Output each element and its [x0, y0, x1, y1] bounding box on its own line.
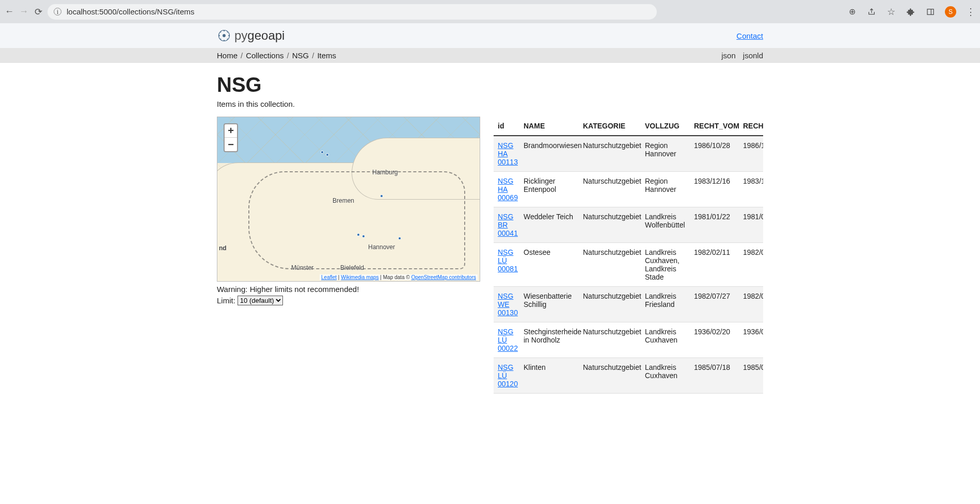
cell-recht-vom: 1982/07/27: [690, 287, 739, 322]
cell-recht-s: 1986/11/: [739, 136, 763, 172]
limit-select[interactable]: 10 (default): [238, 296, 283, 305]
cell-vollzug: Landkreis Cuxhaven, Landkreis Stade: [641, 243, 690, 287]
map-attribution: Leaflet | Wikimedia maps | Map data © Op…: [320, 274, 478, 280]
site-info-icon[interactable]: i: [54, 8, 61, 15]
breadcrumb: Home / Collections / NSG / Items: [217, 51, 763, 60]
url-text: localhost:5000/collections/NSG/items: [67, 7, 195, 16]
cell-recht-vom: 1986/10/28: [690, 136, 739, 172]
table-row: NSG BR 00041Weddeler TeichNaturschutzgeb…: [494, 207, 763, 243]
cell-name: Stechginsterheide in Nordholz: [519, 322, 579, 358]
svg-point-3: [223, 35, 226, 37]
cell-name: Brandmoorwiesen: [519, 136, 579, 172]
item-id-link[interactable]: NSG LÜ 00081: [498, 248, 518, 273]
attrib-wikimedia[interactable]: Wikimedia maps: [341, 274, 378, 280]
zoom-out-button[interactable]: −: [225, 138, 237, 151]
item-id-link[interactable]: NSG HA 00113: [498, 141, 518, 166]
cell-kategorie: Naturschutzgebiet: [579, 287, 641, 322]
limit-label: Limit:: [217, 296, 235, 305]
map-label-nd: nd: [219, 245, 227, 252]
zoom-control: + −: [224, 123, 238, 152]
star-icon[interactable]: ☆: [886, 7, 896, 17]
cell-kategorie: Naturschutzgebiet: [579, 172, 641, 207]
extensions-icon[interactable]: [906, 7, 916, 17]
crumb-items: Items: [317, 51, 336, 60]
cell-name: Klinten: [519, 358, 579, 394]
cell-vollzug: Landkreis Friesland: [641, 287, 690, 322]
contact-link[interactable]: Contact: [736, 31, 763, 40]
format-json[interactable]: json: [721, 51, 736, 60]
cell-vollzug: Landkreis Cuxhaven: [641, 358, 690, 394]
item-id-link[interactable]: NSG BR 00041: [498, 213, 518, 237]
map-label-hamburg: Hamburg: [372, 169, 398, 176]
logo-text-2: geoapi: [247, 28, 284, 42]
cell-recht-s: 1936/02/: [739, 322, 763, 358]
item-id-link[interactable]: NSG HA 00069: [498, 177, 518, 202]
share-icon[interactable]: [866, 7, 877, 17]
item-id-link[interactable]: NSG LÜ 00120: [498, 363, 518, 388]
map-label-bielefeld: Bielefeld: [340, 264, 364, 271]
page-subtitle: Items in this collection.: [217, 100, 763, 108]
back-icon[interactable]: ←: [4, 7, 14, 17]
logo[interactable]: pygeoapi: [217, 28, 763, 43]
page-title: NSG: [217, 73, 763, 96]
crumb-collections[interactable]: Collections: [246, 51, 283, 60]
logo-text-1: py: [234, 28, 247, 42]
cell-kategorie: Naturschutzgebiet: [579, 322, 641, 358]
attrib-osm[interactable]: OpenStreetMap contributors: [411, 274, 476, 280]
cell-kategorie: Naturschutzgebiet: [579, 243, 641, 287]
zoom-icon[interactable]: ⊕: [847, 7, 857, 17]
format-links: json jsonld: [721, 51, 763, 60]
cell-kategorie: Naturschutzgebiet: [579, 207, 641, 243]
item-id-link[interactable]: NSG WE 00130: [498, 292, 518, 317]
cell-vollzug: Region Hannover: [641, 136, 690, 172]
table-row: NSG HA 00113BrandmoorwiesenNaturschutzge…: [494, 136, 763, 172]
profile-avatar[interactable]: S: [945, 6, 956, 18]
table-row: NSG LÜ 00022Stechginsterheide in Nordhol…: [494, 322, 763, 358]
th-id: id: [494, 117, 519, 136]
items-table: id NAME KATEGORIE VOLLZUG RECHT_VOM RECH…: [494, 117, 763, 394]
browser-chrome: ← → ⟳ i localhost:5000/collections/NSG/i…: [0, 0, 980, 23]
th-kategorie: KATEGORIE: [579, 117, 641, 136]
item-id-link[interactable]: NSG LÜ 00022: [498, 328, 518, 352]
cell-recht-s: 1981/02/: [739, 207, 763, 243]
cell-name: Ricklinger Entenpool: [519, 172, 579, 207]
cell-vollzug: Region Hannover: [641, 172, 690, 207]
sidepanel-icon[interactable]: [925, 7, 936, 17]
cell-recht-vom: 1981/01/22: [690, 207, 739, 243]
map[interactable]: Hamburg Bremen Hannover Münster Bielefel…: [217, 117, 480, 282]
cell-recht-s: 1985/08/: [739, 358, 763, 394]
cell-vollzug: Landkreis Wolfenbüttel: [641, 207, 690, 243]
th-recht-vom: RECHT_VOM: [690, 117, 739, 136]
cell-recht-s: 1982/08/: [739, 287, 763, 322]
svg-rect-0: [927, 9, 934, 14]
table-row: NSG LÜ 00081OsteseeNaturschutzgebietLand…: [494, 243, 763, 287]
limit-warning: Warning: Higher limits not recommended!: [217, 285, 480, 294]
cell-name: Wiesenbatterie Schillig: [519, 287, 579, 322]
breadcrumb-bar: Home / Collections / NSG / Items json js…: [0, 48, 980, 63]
table-header-row: id NAME KATEGORIE VOLLZUG RECHT_VOM RECH…: [494, 117, 763, 136]
menu-icon[interactable]: ⋮: [966, 7, 976, 17]
th-vollzug: VOLLZUG: [641, 117, 690, 136]
map-label-hannover: Hannover: [368, 243, 395, 251]
map-label-bremen: Bremen: [333, 197, 354, 204]
logo-icon: [217, 28, 231, 43]
cell-recht-vom: 1983/12/16: [690, 172, 739, 207]
table-row: NSG HA 00069Ricklinger EntenpoolNatursch…: [494, 172, 763, 207]
format-jsonld[interactable]: jsonld: [743, 51, 763, 60]
cell-name: Ostesee: [519, 243, 579, 287]
zoom-in-button[interactable]: +: [225, 124, 237, 138]
table-row: NSG WE 00130Wiesenbatterie SchilligNatur…: [494, 287, 763, 322]
cell-recht-s: 1983/12/: [739, 172, 763, 207]
attrib-leaflet[interactable]: Leaflet: [321, 274, 337, 280]
cell-vollzug: Landkreis Cuxhaven: [641, 322, 690, 358]
table-row: NSG LÜ 00120KlintenNaturschutzgebietLand…: [494, 358, 763, 394]
crumb-home[interactable]: Home: [217, 51, 238, 60]
crumb-nsg[interactable]: NSG: [292, 51, 309, 60]
omnibox[interactable]: i localhost:5000/collections/NSG/items: [48, 4, 657, 20]
cell-kategorie: Naturschutzgebiet: [579, 358, 641, 394]
th-recht-s: RECHT_S: [739, 117, 763, 136]
cell-recht-vom: 1936/02/20: [690, 322, 739, 358]
th-name: NAME: [519, 117, 579, 136]
forward-icon[interactable]: →: [19, 7, 29, 17]
reload-icon[interactable]: ⟳: [33, 7, 43, 17]
